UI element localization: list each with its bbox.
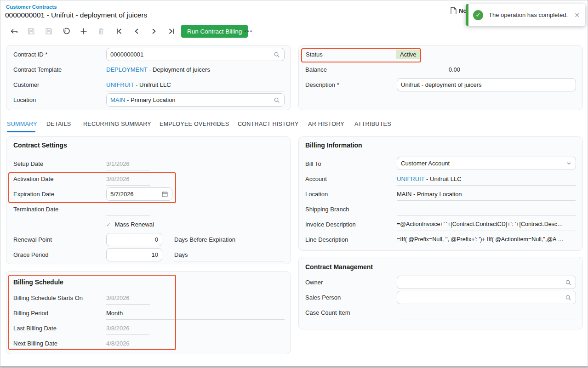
search-icon[interactable] (565, 294, 572, 301)
toast-message: The operation has completed. (489, 11, 571, 18)
more-actions-button[interactable]: ··· (241, 25, 253, 38)
tab-summary[interactable]: SUMMARY (7, 121, 37, 127)
line-description-label: Line Description (305, 236, 348, 243)
previous-record-icon[interactable] (131, 26, 142, 36)
contract-id-field[interactable] (106, 48, 285, 61)
tab-contract-history[interactable]: CONTRACT HISTORY (238, 121, 299, 127)
divider (106, 91, 285, 91)
billing-schedule-starts-on-value: 3/8/2026 (106, 294, 150, 301)
tab-recurring-summary[interactable]: RECURRING SUMMARY (83, 121, 151, 127)
bill-to-value: Customer Account (401, 160, 566, 167)
account-label: Account (305, 176, 327, 182)
next-billing-date-label: Next Billing Date (13, 340, 57, 347)
invoice-description-label: Invoice Description (305, 221, 356, 228)
setup-date-label: Setup Date (13, 160, 43, 167)
chevron-down-icon[interactable] (566, 160, 572, 166)
success-check-icon: ✓ (473, 10, 483, 20)
contract-id-label: Contract ID * (13, 51, 47, 58)
bill-to-dropdown[interactable]: Customer Account (397, 157, 576, 170)
divider (106, 215, 150, 216)
activation-date-label: Activation Date (13, 176, 53, 182)
divider (397, 185, 576, 186)
undo-icon[interactable] (61, 26, 71, 36)
renewal-point-field[interactable] (106, 233, 162, 246)
balance-label: Balance (305, 66, 327, 73)
toast-accent-bar (466, 4, 468, 26)
save-icon[interactable] (44, 26, 54, 36)
location-field[interactable]: MAIN - Primary Location (106, 93, 285, 107)
first-record-icon[interactable] (114, 26, 124, 36)
divider (106, 319, 285, 320)
last-billing-date-value: 3/8/2026 (106, 325, 150, 332)
case-count-item-label: Case Count Item (305, 309, 350, 316)
notes-link[interactable]: No (450, 7, 467, 15)
contract-template-label: Contract Template (13, 66, 62, 73)
sales-person-label: Sales Person (305, 294, 341, 301)
active-tab-indicator (7, 131, 35, 132)
renewal-point-suffix: Days Before Expiration (174, 236, 235, 243)
tab-employee-overrides[interactable]: EMPLOYEE OVERRIDES (160, 121, 229, 127)
breadcrumb[interactable]: Customer Contracts (6, 4, 57, 10)
description-input[interactable] (401, 81, 572, 88)
add-icon[interactable] (79, 26, 89, 36)
grace-period-label: Grace Period (13, 251, 49, 258)
divider (106, 334, 150, 335)
contract-settings-title: Contract Settings (13, 142, 67, 149)
billing-location-label: Location (305, 191, 328, 198)
billing-location-value: MAIN - Primary Location (397, 191, 576, 198)
delete-icon[interactable] (96, 26, 106, 36)
account-link[interactable]: UNIFRUIT (397, 176, 424, 182)
next-record-icon[interactable] (149, 26, 159, 36)
last-record-icon[interactable] (166, 26, 177, 36)
billing-information-title: Billing Information (305, 142, 362, 149)
expiration-date-input[interactable] (110, 191, 161, 198)
save-close-icon[interactable] (26, 26, 36, 36)
owner-input[interactable] (401, 279, 565, 286)
divider (106, 170, 150, 170)
divider (106, 185, 150, 186)
divider (397, 76, 462, 76)
contract-template-link[interactable]: DEPLOYMENT (106, 66, 147, 73)
status-label: Status (306, 51, 323, 58)
shipping-branch-label: Shipping Branch (305, 206, 349, 213)
owner-label: Owner (305, 279, 323, 286)
renewal-point-label: Renewal Point (13, 236, 52, 243)
sales-person-field[interactable] (397, 291, 576, 304)
divider (397, 200, 576, 201)
description-field[interactable] (397, 78, 576, 91)
checkmark-icon: ✓ (106, 221, 111, 228)
search-icon[interactable] (565, 279, 572, 286)
back-button[interactable] (9, 26, 19, 36)
customer-value: UNIFRUIT - Unifruit LLC (106, 81, 285, 88)
expiration-date-label: Expiration Date (13, 191, 54, 198)
toast-close-icon[interactable]: ✕ (574, 11, 580, 19)
location-link[interactable]: MAIN (110, 96, 126, 103)
divider (106, 304, 150, 305)
customer-link[interactable]: UNIFRUIT (106, 81, 134, 88)
calendar-icon[interactable] (161, 191, 168, 198)
search-icon[interactable] (273, 51, 280, 58)
owner-field[interactable] (397, 276, 576, 289)
line-description-value: =IIf( @Prefix=Null, '', @Prefix+': ')+ I… (397, 236, 576, 243)
account-value: UNIFRUIT - Unifruit LLC (397, 176, 576, 182)
termination-date-label: Termination Date (13, 206, 58, 213)
renewal-point-input[interactable] (110, 236, 158, 243)
expiration-date-field[interactable] (106, 187, 172, 201)
mass-renewal-checkbox[interactable]: ✓ Mass Renewal (106, 221, 154, 228)
tab-details[interactable]: DETAILS (46, 121, 71, 127)
contract-id-input[interactable] (110, 51, 273, 58)
divider (174, 261, 285, 261)
grace-period-field[interactable] (106, 248, 162, 261)
sales-person-input[interactable] (401, 294, 565, 301)
run-contract-billing-button[interactable]: Run Contract Billing (181, 25, 248, 38)
grace-period-input[interactable] (110, 251, 158, 258)
description-label: Description * (305, 81, 339, 88)
activation-date-value: 3/8/2026 (106, 176, 150, 182)
contract-status-panel (298, 45, 583, 110)
tab-ar-history[interactable]: AR HISTORY (308, 121, 344, 127)
setup-date-value: 3/1/2026 (106, 160, 150, 167)
search-icon[interactable] (273, 96, 280, 104)
tab-attributes[interactable]: ATTRIBUTES (354, 121, 391, 127)
customer-contracts-window: Customer Contracts 0000000001 - Unifruit… (0, 0, 588, 368)
contract-template-value: DEPLOYMENT - Deployment of juicers (106, 66, 285, 73)
